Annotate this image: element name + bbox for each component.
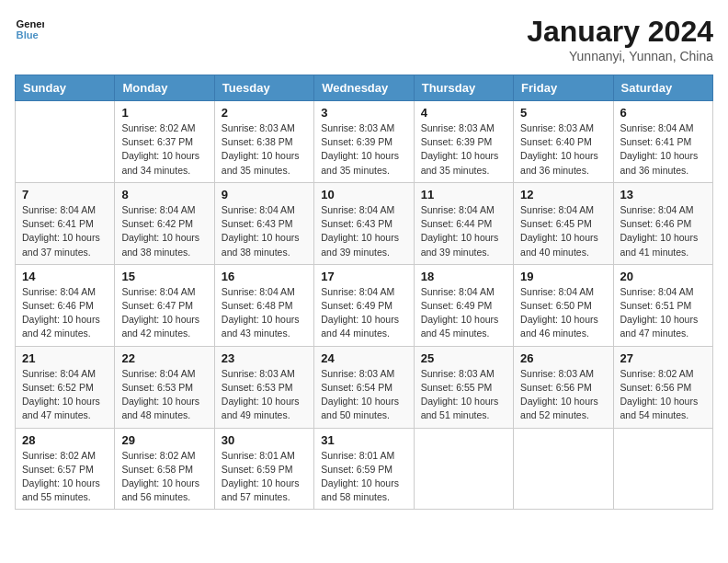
- day-info: Sunrise: 8:04 AM Sunset: 6:41 PM Dayligh…: [22, 203, 108, 259]
- calendar-cell: [16, 101, 115, 183]
- day-info: Sunrise: 8:04 AM Sunset: 6:53 PM Dayligh…: [121, 367, 207, 423]
- day-info: Sunrise: 8:04 AM Sunset: 6:46 PM Dayligh…: [22, 285, 108, 341]
- title-block: January 2024 Yunnanyi, Yunnan, China: [527, 15, 713, 63]
- calendar-title: January 2024: [527, 15, 713, 49]
- calendar-cell: 17Sunrise: 8:04 AM Sunset: 6:49 PM Dayli…: [314, 264, 414, 346]
- calendar-cell: 31Sunrise: 8:01 AM Sunset: 6:59 PM Dayli…: [314, 428, 414, 510]
- day-number: 5: [520, 106, 606, 120]
- day-number: 4: [421, 106, 506, 120]
- calendar-cell: 4Sunrise: 8:03 AM Sunset: 6:39 PM Daylig…: [414, 101, 513, 183]
- day-info: Sunrise: 8:03 AM Sunset: 6:40 PM Dayligh…: [520, 121, 606, 178]
- calendar-cell: 16Sunrise: 8:04 AM Sunset: 6:48 PM Dayli…: [214, 264, 313, 346]
- weekday-header-saturday: Saturday: [613, 75, 712, 101]
- calendar-cell: 21Sunrise: 8:04 AM Sunset: 6:52 PM Dayli…: [16, 346, 115, 428]
- calendar-cell: [613, 428, 712, 510]
- calendar-cell: 12Sunrise: 8:04 AM Sunset: 6:45 PM Dayli…: [514, 182, 613, 264]
- weekday-header-sunday: Sunday: [16, 75, 115, 101]
- day-info: Sunrise: 8:04 AM Sunset: 6:49 PM Dayligh…: [321, 285, 406, 341]
- day-number: 19: [520, 270, 606, 283]
- calendar-cell: 15Sunrise: 8:04 AM Sunset: 6:47 PM Dayli…: [115, 264, 214, 346]
- day-info: Sunrise: 8:01 AM Sunset: 6:59 PM Dayligh…: [222, 449, 307, 505]
- day-number: 18: [421, 270, 506, 283]
- calendar-week-row: 21Sunrise: 8:04 AM Sunset: 6:52 PM Dayli…: [16, 346, 713, 428]
- calendar-subtitle: Yunnanyi, Yunnan, China: [527, 49, 713, 63]
- day-number: 20: [620, 270, 706, 283]
- weekday-header-monday: Monday: [115, 75, 214, 101]
- day-info: Sunrise: 8:04 AM Sunset: 6:47 PM Dayligh…: [121, 285, 207, 341]
- day-info: Sunrise: 8:03 AM Sunset: 6:39 PM Dayligh…: [421, 121, 506, 178]
- day-info: Sunrise: 8:04 AM Sunset: 6:51 PM Dayligh…: [620, 285, 706, 341]
- calendar-cell: 28Sunrise: 8:02 AM Sunset: 6:57 PM Dayli…: [16, 428, 115, 510]
- page-header: General Blue General Blue January 2024 Y…: [15, 15, 713, 63]
- day-number: 29: [121, 433, 207, 447]
- day-info: Sunrise: 8:02 AM Sunset: 6:57 PM Dayligh…: [22, 449, 108, 505]
- day-number: 16: [222, 270, 307, 283]
- weekday-header-friday: Friday: [514, 75, 613, 101]
- calendar-cell: 30Sunrise: 8:01 AM Sunset: 6:59 PM Dayli…: [214, 428, 313, 510]
- day-info: Sunrise: 8:04 AM Sunset: 6:45 PM Dayligh…: [520, 203, 606, 259]
- day-info: Sunrise: 8:04 AM Sunset: 6:48 PM Dayligh…: [222, 285, 307, 341]
- calendar-cell: 24Sunrise: 8:03 AM Sunset: 6:54 PM Dayli…: [314, 346, 414, 428]
- day-info: Sunrise: 8:04 AM Sunset: 6:52 PM Dayligh…: [22, 367, 108, 423]
- calendar-cell: 20Sunrise: 8:04 AM Sunset: 6:51 PM Dayli…: [613, 264, 712, 346]
- day-number: 31: [321, 433, 406, 447]
- day-info: Sunrise: 8:04 AM Sunset: 6:42 PM Dayligh…: [121, 203, 207, 259]
- day-info: Sunrise: 8:04 AM Sunset: 6:46 PM Dayligh…: [620, 203, 706, 259]
- svg-text:Blue: Blue: [17, 29, 39, 40]
- calendar-cell: 19Sunrise: 8:04 AM Sunset: 6:50 PM Dayli…: [514, 264, 613, 346]
- day-number: 1: [121, 106, 207, 120]
- calendar-cell: 22Sunrise: 8:04 AM Sunset: 6:53 PM Dayli…: [115, 346, 214, 428]
- day-info: Sunrise: 8:03 AM Sunset: 6:53 PM Dayligh…: [222, 367, 307, 423]
- day-number: 7: [22, 188, 108, 201]
- calendar-cell: 14Sunrise: 8:04 AM Sunset: 6:46 PM Dayli…: [16, 264, 115, 346]
- logo-icon: General Blue: [15, 15, 44, 44]
- calendar-cell: 25Sunrise: 8:03 AM Sunset: 6:55 PM Dayli…: [414, 346, 513, 428]
- calendar-cell: 10Sunrise: 8:04 AM Sunset: 6:43 PM Dayli…: [314, 182, 414, 264]
- calendar-cell: 27Sunrise: 8:02 AM Sunset: 6:56 PM Dayli…: [613, 346, 712, 428]
- day-info: Sunrise: 8:04 AM Sunset: 6:41 PM Dayligh…: [620, 121, 706, 178]
- calendar-cell: 2Sunrise: 8:03 AM Sunset: 6:38 PM Daylig…: [214, 101, 313, 183]
- calendar-cell: 3Sunrise: 8:03 AM Sunset: 6:39 PM Daylig…: [314, 101, 414, 183]
- day-info: Sunrise: 8:04 AM Sunset: 6:49 PM Dayligh…: [421, 285, 506, 341]
- day-info: Sunrise: 8:03 AM Sunset: 6:56 PM Dayligh…: [520, 367, 606, 423]
- day-info: Sunrise: 8:03 AM Sunset: 6:55 PM Dayligh…: [421, 367, 506, 423]
- calendar-cell: 5Sunrise: 8:03 AM Sunset: 6:40 PM Daylig…: [514, 101, 613, 183]
- day-number: 9: [222, 188, 307, 201]
- day-info: Sunrise: 8:02 AM Sunset: 6:58 PM Dayligh…: [121, 449, 207, 505]
- calendar-cell: 6Sunrise: 8:04 AM Sunset: 6:41 PM Daylig…: [613, 101, 712, 183]
- weekday-header-wednesday: Wednesday: [314, 75, 414, 101]
- calendar-week-row: 1Sunrise: 8:02 AM Sunset: 6:37 PM Daylig…: [16, 101, 713, 183]
- day-info: Sunrise: 8:02 AM Sunset: 6:56 PM Dayligh…: [620, 367, 706, 423]
- calendar-cell: 8Sunrise: 8:04 AM Sunset: 6:42 PM Daylig…: [115, 182, 214, 264]
- weekday-header-tuesday: Tuesday: [214, 75, 313, 101]
- calendar-cell: 9Sunrise: 8:04 AM Sunset: 6:43 PM Daylig…: [214, 182, 313, 264]
- logo: General Blue General Blue: [15, 15, 44, 44]
- calendar-cell: 18Sunrise: 8:04 AM Sunset: 6:49 PM Dayli…: [414, 264, 513, 346]
- day-number: 30: [222, 433, 307, 447]
- day-number: 23: [222, 351, 307, 365]
- day-number: 13: [620, 188, 706, 201]
- day-info: Sunrise: 8:04 AM Sunset: 6:44 PM Dayligh…: [421, 203, 506, 259]
- calendar-cell: 26Sunrise: 8:03 AM Sunset: 6:56 PM Dayli…: [514, 346, 613, 428]
- day-number: 12: [520, 188, 606, 201]
- weekday-header-row: SundayMondayTuesdayWednesdayThursdayFrid…: [16, 75, 713, 101]
- day-info: Sunrise: 8:02 AM Sunset: 6:37 PM Dayligh…: [121, 121, 207, 178]
- calendar-cell: 7Sunrise: 8:04 AM Sunset: 6:41 PM Daylig…: [16, 182, 115, 264]
- calendar-cell: 1Sunrise: 8:02 AM Sunset: 6:37 PM Daylig…: [115, 101, 214, 183]
- calendar-cell: 23Sunrise: 8:03 AM Sunset: 6:53 PM Dayli…: [214, 346, 313, 428]
- calendar-cell: 11Sunrise: 8:04 AM Sunset: 6:44 PM Dayli…: [414, 182, 513, 264]
- calendar-week-row: 28Sunrise: 8:02 AM Sunset: 6:57 PM Dayli…: [16, 428, 713, 510]
- day-number: 2: [222, 106, 307, 120]
- day-number: 28: [22, 433, 108, 447]
- weekday-header-thursday: Thursday: [414, 75, 513, 101]
- day-number: 21: [22, 351, 108, 365]
- day-number: 26: [520, 351, 606, 365]
- day-number: 6: [620, 106, 706, 120]
- day-info: Sunrise: 8:01 AM Sunset: 6:59 PM Dayligh…: [321, 449, 406, 505]
- calendar-cell: [414, 428, 513, 510]
- calendar-table: SundayMondayTuesdayWednesdayThursdayFrid…: [15, 75, 713, 510]
- day-number: 14: [22, 270, 108, 283]
- svg-text:General: General: [17, 18, 44, 29]
- day-info: Sunrise: 8:03 AM Sunset: 6:39 PM Dayligh…: [321, 121, 406, 178]
- calendar-cell: 29Sunrise: 8:02 AM Sunset: 6:58 PM Dayli…: [115, 428, 214, 510]
